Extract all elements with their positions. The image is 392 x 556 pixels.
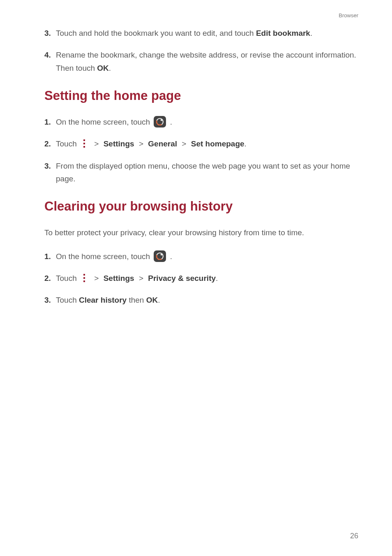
ok-label: OK bbox=[146, 296, 158, 304]
step-text: From the displayed option menu, choose t… bbox=[56, 162, 350, 183]
step-text: Touch and hold the bookmark you want to … bbox=[56, 29, 256, 37]
step-text: . bbox=[170, 118, 172, 126]
step-number: 2. bbox=[44, 272, 56, 285]
step-number: 3. bbox=[44, 294, 56, 306]
step-text: On the home screen, touch bbox=[56, 252, 152, 261]
step-body: From the displayed option menu, choose t… bbox=[56, 160, 360, 185]
step-number: 1. bbox=[44, 250, 56, 263]
path-separator: > bbox=[139, 274, 143, 283]
step-text: . bbox=[158, 296, 160, 304]
step-text: Touch bbox=[56, 296, 79, 304]
step-4: 4. Rename the bookmark, change the websi… bbox=[44, 49, 360, 74]
step-3: 3. Touch and hold the bookmark you want … bbox=[44, 27, 360, 39]
sec1-step-3: 3. From the displayed option menu, choos… bbox=[44, 160, 360, 185]
step-text: . bbox=[244, 139, 247, 148]
path-separator: > bbox=[139, 139, 143, 148]
svg-point-5 bbox=[161, 253, 163, 255]
sec1-step-1: 1. On the home screen, touch . bbox=[44, 116, 360, 128]
overflow-menu-icon bbox=[81, 273, 88, 283]
chapter-header-label: Browser bbox=[44, 12, 360, 19]
step-text: On the home screen, touch bbox=[56, 118, 152, 126]
step-text: . bbox=[216, 274, 218, 283]
step-body: Touch and hold the bookmark you want to … bbox=[56, 27, 360, 39]
path-separator: > bbox=[94, 139, 99, 148]
step-body: On the home screen, touch . bbox=[56, 116, 360, 128]
sec2-step-1: 1. On the home screen, touch . bbox=[44, 250, 360, 263]
step-text: . bbox=[310, 29, 312, 37]
step-number: 4. bbox=[44, 49, 56, 61]
step-body: Rename the bookmark, change the website … bbox=[56, 49, 360, 74]
browser-icon bbox=[154, 250, 166, 262]
settings-label: Settings bbox=[104, 274, 134, 283]
step-body: Touch Clear history then OK. bbox=[56, 294, 360, 306]
step-number: 1. bbox=[44, 116, 56, 128]
path-separator: > bbox=[94, 274, 99, 283]
step-body: Touch > Settings > Privacy & security. bbox=[56, 272, 360, 285]
ok-label: OK bbox=[97, 64, 109, 72]
step-text: . bbox=[170, 252, 172, 261]
step-text: Touch bbox=[56, 139, 79, 148]
privacy-security-label: Privacy & security bbox=[148, 274, 216, 283]
heading-clearing-history: Clearing your browsing history bbox=[44, 199, 360, 214]
clear-history-label: Clear history bbox=[79, 296, 127, 304]
settings-label: Settings bbox=[104, 139, 134, 148]
step-text: Touch bbox=[56, 274, 79, 283]
section2-intro: To better protect your privacy, clear yo… bbox=[44, 226, 360, 239]
set-homepage-label: Set homepage bbox=[191, 139, 244, 148]
sec2-step-2: 2. Touch > Settings > Privacy & security… bbox=[44, 272, 360, 285]
edit-bookmark-label: Edit bookmark bbox=[256, 29, 310, 37]
step-body: On the home screen, touch . bbox=[56, 250, 360, 263]
step-text: then bbox=[127, 296, 146, 304]
step-number: 3. bbox=[44, 27, 56, 39]
svg-point-2 bbox=[161, 119, 163, 121]
overflow-menu-icon bbox=[81, 139, 88, 148]
step-number: 2. bbox=[44, 137, 56, 150]
browser-icon bbox=[154, 116, 166, 127]
path-separator: > bbox=[182, 139, 186, 148]
step-text: . bbox=[109, 64, 111, 72]
heading-setting-home-page: Setting the home page bbox=[44, 88, 360, 103]
sec1-step-2: 2. Touch > Settings > General > Set home… bbox=[44, 137, 360, 150]
general-label: General bbox=[148, 139, 177, 148]
sec2-step-3: 3. Touch Clear history then OK. bbox=[44, 294, 360, 306]
page-number: 26 bbox=[350, 532, 358, 540]
step-body: Touch > Settings > General > Set homepag… bbox=[56, 137, 360, 150]
step-number: 3. bbox=[44, 160, 56, 172]
